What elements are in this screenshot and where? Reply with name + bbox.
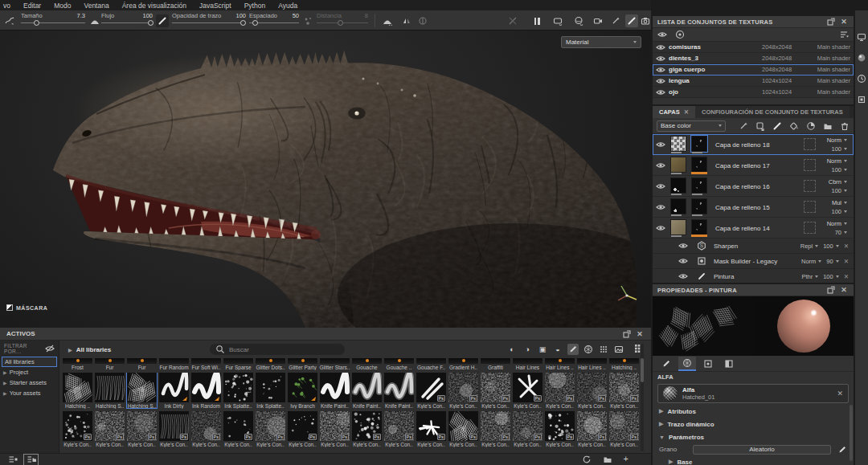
asset-item[interactable]: Ps Kyle's Con.. [416, 373, 447, 409]
properties-scrollbar[interactable] [850, 405, 853, 461]
asset-item[interactable]: Ps Kyle's Con.. [126, 411, 158, 447]
asset-item[interactable]: Ps Kyle's Con.. [544, 373, 575, 409]
close-panel-icon[interactable]: ✕ [839, 17, 849, 27]
menu-item-ventana[interactable]: Ventana [84, 2, 108, 10]
tab-stencil[interactable] [699, 357, 717, 371]
shelf-folder-view-icon[interactable] [25, 455, 37, 464]
eye-icon[interactable] [656, 140, 665, 149]
filter-filters-icon[interactable]: ◒ [552, 344, 563, 355]
asset-item[interactable]: Gouache .. [383, 358, 415, 370]
float-panel-icon[interactable] [826, 17, 836, 27]
add-smart-mask-icon[interactable] [805, 120, 816, 131]
filter-smart-masks-icon[interactable]: ▣ [537, 344, 548, 355]
eye-icon[interactable] [656, 88, 665, 97]
close-panel-icon[interactable]: ✕ [635, 329, 645, 339]
layer-mask-thumbnail[interactable] [691, 136, 707, 152]
asset-item[interactable]: Ink Random [190, 373, 222, 409]
eye-icon[interactable] [656, 76, 665, 86]
opacity-dropdown[interactable]: 100 [831, 187, 847, 194]
eye-icon[interactable] [656, 65, 665, 75]
paint-tool-button[interactable] [625, 14, 638, 27]
asset-item[interactable]: Ps Kyle's Con.. [608, 373, 640, 409]
asset-item[interactable]: Gouache [351, 358, 383, 370]
asset-item[interactable]: Fur Random [158, 358, 190, 370]
asset-item[interactable]: Fur [126, 358, 158, 370]
effect-blend-dropdown[interactable]: Repl [800, 243, 818, 250]
projection-mode-dropdown[interactable] [551, 14, 564, 27]
float-panel-icon[interactable] [622, 329, 632, 339]
filter-smart-materials-icon[interactable]: ◑ [522, 344, 533, 355]
menu-item--rea-de-visualizaci-n[interactable]: Área de visualización [122, 2, 186, 10]
filter-brushes-icon[interactable] [567, 344, 579, 355]
eye-icon[interactable] [656, 223, 665, 233]
layer-content-thumbnail[interactable] [670, 177, 686, 194]
layer-effect-row[interactable]: S Sharpen Repl 100 ✕ [653, 239, 854, 254]
layer-mask-thumbnail[interactable] [691, 219, 707, 235]
geometry-mask-dropdown[interactable] [572, 14, 585, 27]
asset-item[interactable]: Ps Kyle's Con.. [576, 373, 608, 409]
radial-symmetry-icon[interactable] [416, 14, 429, 27]
layer-mask-thumbnail[interactable] [691, 177, 707, 194]
slider-opacidad-de-trazo[interactable]: Opacidad de trazo100 [172, 12, 246, 29]
asset-item[interactable]: Knife Paint.. [383, 373, 415, 409]
menu-item-javascript[interactable]: JavaScript [199, 2, 231, 10]
eye-icon[interactable] [678, 256, 688, 266]
camera-mode-dropdown[interactable] [592, 14, 604, 27]
float-panel-icon[interactable] [826, 285, 836, 295]
asset-item[interactable]: Ps Kyle's Con.. [94, 411, 125, 447]
list-options-icon[interactable] [839, 30, 849, 39]
falloff-preset-icon[interactable] [381, 14, 394, 27]
add-fill-layer-icon[interactable] [788, 120, 799, 131]
alpha-slot[interactable]: Alfa Hatched_01 ✕ [657, 384, 849, 403]
asset-item[interactable]: Ps Kyle's Con.. [512, 373, 543, 409]
display-settings-icon[interactable] [857, 31, 867, 42]
filter-alphas-icon[interactable] [583, 344, 594, 355]
layer-content-thumbnail[interactable] [670, 219, 686, 235]
effect-opacity-dropdown[interactable]: 100 [823, 243, 839, 250]
slider-espaciado[interactable]: Espaciado50 [249, 12, 299, 29]
texture-set-row[interactable]: giga cuerpo 2048x2048 Main shader [653, 64, 854, 75]
delete-effect-icon[interactable]: ✕ [844, 243, 849, 250]
eye-icon[interactable] [656, 161, 665, 170]
screenshot-button[interactable] [640, 14, 650, 27]
eye-icon[interactable] [678, 271, 688, 281]
asset-item[interactable]: Ps Kyle's Con.. [480, 411, 511, 447]
asset-item[interactable]: Hatching .. [608, 358, 640, 370]
menu-item-vo[interactable]: vo [3, 2, 10, 10]
effect-opacity-dropdown[interactable]: 100 [823, 273, 839, 280]
layer-mask-thumbnail[interactable] [691, 198, 707, 214]
layer-mask-thumbnail[interactable] [691, 157, 707, 173]
filter-textures-icon[interactable] [598, 344, 609, 355]
filter-environments-icon[interactable] [613, 344, 624, 355]
opacity-dropdown[interactable]: 100 [831, 208, 847, 215]
add-smart-material-icon[interactable] [755, 120, 765, 131]
asset-item[interactable]: Ps Kyle's Con.. [158, 411, 190, 447]
reimport-resources-icon[interactable] [582, 455, 592, 464]
menu-item-ayuda[interactable]: Ayuda [278, 2, 297, 10]
eye-icon[interactable] [656, 182, 665, 191]
layer-row[interactable]: Capa de relleno 15 Mul 100 [653, 197, 854, 218]
sidebar-item-project[interactable]: ▶Project [0, 367, 59, 377]
opacity-dropdown[interactable]: 100 [831, 145, 847, 153]
shelf-view-icon[interactable] [6, 455, 18, 464]
3d-viewport[interactable]: Material MÁSCARA [0, 31, 651, 328]
layer-content-thumbnail[interactable] [670, 157, 686, 173]
eye-icon[interactable] [678, 241, 688, 251]
asset-item[interactable]: Gouache F.. [416, 358, 447, 370]
layer-row[interactable]: Capa de relleno 18 Norm 100 [653, 134, 854, 155]
tab-configuracion[interactable]: CONFIGURACIÓN DE CONJUNTO DE TEXTURAS [695, 106, 850, 118]
tab-close-icon[interactable]: ✕ [684, 108, 689, 116]
asset-item[interactable]: Knife Paint.. [351, 373, 383, 409]
eye-icon[interactable] [656, 54, 665, 63]
asset-item[interactable]: Ps Kyle's Con.. [608, 411, 640, 447]
asset-item[interactable]: Hair Lines [512, 358, 543, 370]
open-shelf-folder-icon[interactable] [603, 455, 612, 464]
layer-effect-row[interactable]: Pintura Pthr 100 ✕ [653, 269, 854, 283]
viewport-shading-dropdown[interactable]: Material [561, 36, 641, 48]
blend-mode-dropdown[interactable]: Norm [827, 220, 847, 227]
show-all-icon[interactable] [657, 30, 667, 39]
asset-item[interactable]: Hatching .. [62, 373, 93, 409]
asset-item[interactable]: Gradient H.. [448, 358, 479, 370]
asset-item[interactable]: Hair Lines .. [576, 358, 608, 370]
eye-icon[interactable] [656, 43, 665, 52]
